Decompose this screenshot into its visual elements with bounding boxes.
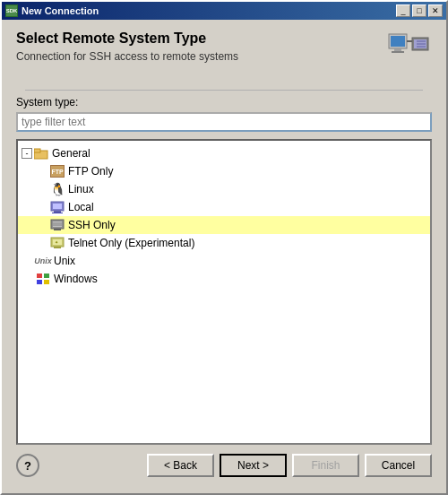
title-bar: SDK New Connection _ □ ✕: [2, 2, 446, 20]
svg-rect-20: [54, 229, 61, 230]
svg-rect-27: [37, 280, 42, 284]
next-button[interactable]: Next >: [220, 454, 287, 477]
svg-rect-13: [53, 204, 62, 209]
tree-item-ssh[interactable]: SSH Only: [18, 216, 430, 234]
folder-icon: [34, 146, 48, 161]
back-button[interactable]: < Back: [147, 454, 214, 477]
header-divider: [25, 90, 423, 91]
local-label: Local: [68, 201, 94, 213]
header-text: Select Remote System Type Connection for…: [16, 30, 378, 74]
ssh-label: SSH Only: [68, 219, 116, 231]
network-svg: [387, 32, 432, 73]
svg-rect-14: [54, 211, 61, 213]
filter-input[interactable]: [16, 112, 432, 132]
svg-rect-25: [37, 274, 42, 278]
local-icon: [50, 200, 65, 214]
svg-rect-11: [34, 149, 40, 152]
svg-rect-1: [391, 36, 405, 47]
title-bar-buttons: _ □ ✕: [396, 4, 443, 17]
telnet-label: Telnet Only (Experimental): [68, 237, 194, 249]
windows-icon: [36, 272, 50, 286]
tree-item-unix[interactable]: Unix Unix: [18, 252, 430, 270]
svg-rect-17: [53, 221, 62, 227]
tree-item-windows[interactable]: Windows: [18, 270, 430, 288]
svg-text:✦: ✦: [55, 239, 58, 245]
content-area: Select Remote System Type Connection for…: [2, 20, 446, 493]
general-label: General: [52, 147, 90, 160]
svg-rect-15: [52, 213, 63, 213]
svg-rect-28: [44, 280, 49, 284]
svg-rect-26: [44, 274, 49, 278]
maximize-button[interactable]: □: [412, 4, 426, 17]
unix-label: Unix: [54, 255, 75, 267]
ssh-icon: [50, 218, 65, 232]
ftp-label: FTP Only: [68, 165, 113, 178]
title-bar-left: SDK New Connection: [5, 4, 99, 17]
close-button[interactable]: ✕: [428, 4, 443, 17]
tree-container[interactable]: - General FTP FTP Only: [16, 139, 432, 445]
telnet-icon: ✦: [50, 236, 65, 250]
system-type-label: System type:: [16, 96, 432, 109]
tree-item-telnet[interactable]: ✦ Telnet Only (Experimental): [18, 234, 430, 252]
window-title: New Connection: [22, 5, 99, 16]
window-icon: SDK: [5, 4, 18, 17]
tree-item-linux[interactable]: 🐧 Linux: [18, 180, 430, 198]
expand-general[interactable]: -: [22, 148, 32, 159]
windows-label: Windows: [54, 273, 98, 285]
svg-rect-3: [392, 51, 404, 53]
header-row: Select Remote System Type Connection for…: [16, 30, 432, 75]
page-title: Select Remote System Type: [16, 30, 378, 47]
svg-rect-24: [54, 247, 61, 248]
tree-item-local[interactable]: Local: [18, 198, 430, 216]
svg-rect-2: [394, 48, 401, 51]
finish-button[interactable]: Finish: [292, 454, 359, 477]
cancel-button[interactable]: Cancel: [365, 454, 432, 477]
tree-item-ftp[interactable]: FTP FTP Only: [18, 162, 430, 180]
page-subtitle: Connection for SSH access to remote syst…: [16, 50, 378, 63]
tree-item-general[interactable]: - General: [18, 144, 430, 162]
linux-icon: 🐧: [50, 182, 65, 196]
help-button[interactable]: ?: [16, 454, 39, 477]
ftp-icon: FTP: [50, 164, 65, 178]
unix-icon: Unix: [36, 254, 50, 268]
network-icon: [387, 32, 432, 75]
button-bar: ? < Back Next > Finish Cancel: [16, 445, 432, 482]
minimize-button[interactable]: _: [396, 4, 410, 17]
linux-label: Linux: [68, 183, 94, 195]
main-window: SDK New Connection _ □ ✕ Select Remote S…: [0, 0, 448, 495]
